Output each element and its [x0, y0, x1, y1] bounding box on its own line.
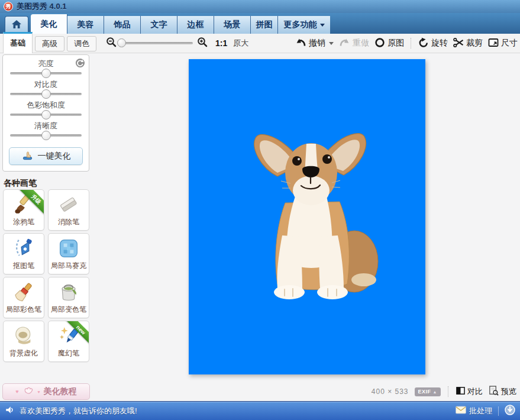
- announcement-text: 喜欢美图秀秀，就告诉你的朋友哦!: [20, 406, 137, 416]
- preview-button[interactable]: 预览: [489, 386, 516, 398]
- one-click-beautify-button[interactable]: 一键美化: [9, 147, 83, 165]
- basic-adjust-panel: 亮度 对比度 色彩饱和度: [2, 54, 89, 172]
- crop-button[interactable]: 裁剪: [453, 37, 483, 50]
- brush-label: 局部变色笔: [51, 305, 86, 315]
- brush-cutout-pen-button[interactable]: 抠图笔: [3, 233, 44, 274]
- brightness-slider: 亮度: [10, 59, 82, 78]
- rotate-icon: [418, 37, 429, 50]
- panel-tab-basic[interactable]: 基础: [3, 32, 33, 53]
- zoom-slider-handle[interactable]: [117, 38, 126, 47]
- speaker-icon: [5, 405, 15, 416]
- undo-label: 撤销: [309, 38, 325, 49]
- tab-scene[interactable]: 场景: [214, 16, 251, 34]
- contrast-handle[interactable]: [41, 89, 51, 99]
- status-divider: [448, 386, 449, 397]
- edit-toolbar: 基础 高级 调色 1:1 原大 撤销: [0, 34, 520, 53]
- resize-label: 尺寸: [501, 38, 518, 49]
- batch-process-button[interactable]: 批处理: [456, 406, 492, 416]
- beautify-tutorial-button[interactable]: ♥ ♥ 美化教程: [2, 383, 90, 400]
- scissors-icon: [453, 37, 464, 50]
- tab-more-features[interactable]: 更多功能: [278, 16, 330, 34]
- panel-tab-color[interactable]: 调色: [67, 36, 96, 51]
- tab-label: 美容: [77, 20, 94, 30]
- tab-frame[interactable]: 边框: [177, 16, 214, 34]
- zoom-ratio-label[interactable]: 原大: [233, 38, 248, 49]
- brush-label: 涂鸦笔: [13, 217, 34, 227]
- hand-icon: [22, 386, 34, 398]
- sharpness-handle[interactable]: [41, 131, 51, 140]
- contrast-track[interactable]: [10, 89, 82, 99]
- zoom-slider-track[interactable]: [121, 42, 193, 44]
- rotate-button[interactable]: 旋转: [418, 37, 448, 50]
- tab-collage[interactable]: 拼图: [251, 16, 278, 34]
- resize-button[interactable]: 尺寸: [488, 37, 518, 50]
- brush-background-blur-button[interactable]: 背景虚化: [3, 321, 44, 362]
- compare-label: 对比: [467, 386, 483, 397]
- heart-icon: ♥: [38, 390, 40, 394]
- main-area: 亮度 对比度 色彩饱和度: [0, 53, 520, 401]
- brush-label: 局部彩色笔: [6, 305, 41, 315]
- tab-text[interactable]: 文字: [141, 16, 177, 34]
- toolbar-divider: [411, 38, 412, 49]
- preview-magnifier-icon: [489, 386, 499, 398]
- zoom-controls: 1:1 原大: [106, 37, 248, 50]
- crop-label: 裁剪: [466, 38, 483, 49]
- saturation-label: 色彩饱和度: [10, 100, 82, 110]
- brush-doodle-pen-button[interactable]: 涂鸦笔 升级: [3, 189, 44, 231]
- original-circle-icon: [374, 37, 385, 50]
- chevron-down-icon: [320, 24, 325, 29]
- app-logo-icon: 秀: [4, 2, 13, 11]
- sidebar: 亮度 对比度 色彩饱和度: [0, 53, 93, 401]
- undo-button[interactable]: 撤销: [295, 37, 334, 49]
- exif-badge[interactable]: EXIF ▲: [415, 387, 441, 396]
- brush-local-color-pen-button[interactable]: 局部彩色笔: [3, 277, 44, 318]
- brush-label: 消除笔: [58, 217, 79, 227]
- panel-tab-advanced[interactable]: 高级: [35, 36, 64, 51]
- sharpness-track[interactable]: [10, 131, 82, 140]
- mosaic-icon: [58, 238, 79, 261]
- saturation-handle[interactable]: [41, 110, 51, 119]
- tab-label: 拼图: [256, 20, 273, 30]
- brush-local-recolor-pen-button[interactable]: 局部变色笔: [48, 277, 89, 318]
- compare-icon: [456, 386, 465, 397]
- brush-magic-pen-button[interactable]: 魔幻笔 new: [48, 321, 89, 362]
- tab-beautify[interactable]: 美化: [31, 14, 67, 34]
- zoom-out-icon[interactable]: [106, 37, 117, 50]
- tab-home[interactable]: [5, 16, 28, 34]
- pen-nib-icon: [13, 238, 34, 261]
- view-original-button[interactable]: 原图: [374, 37, 404, 50]
- envelope-icon: [456, 406, 466, 416]
- tab-accessories[interactable]: 饰品: [104, 16, 141, 34]
- blur-circle-icon: [13, 325, 34, 349]
- brightness-track[interactable]: [10, 69, 82, 78]
- redo-icon: [339, 37, 350, 49]
- saturation-slider: 色彩饱和度: [10, 100, 82, 119]
- image-canvas[interactable]: [189, 59, 425, 374]
- download-circle-icon[interactable]: [505, 405, 515, 418]
- brush-eraser-pen-button[interactable]: 消除笔: [48, 189, 89, 231]
- redo-button[interactable]: 重做: [339, 37, 369, 49]
- title-bar: 秀 美图秀秀 4.0.1: [0, 0, 520, 13]
- brightness-handle[interactable]: [41, 69, 51, 78]
- redo-label: 重做: [353, 38, 369, 49]
- tab-retouch[interactable]: 美容: [67, 16, 104, 34]
- zoom-in-icon[interactable]: [197, 37, 208, 50]
- brush-local-mosaic-button[interactable]: 局部马赛克: [48, 233, 89, 274]
- announcement: 喜欢美图秀秀，就告诉你的朋友哦!: [5, 405, 137, 416]
- original-label: 原图: [387, 38, 404, 49]
- compare-button[interactable]: 对比: [456, 386, 483, 397]
- saturation-track[interactable]: [10, 110, 82, 119]
- contrast-slider: 对比度: [10, 79, 82, 99]
- rotate-label: 旋转: [431, 38, 448, 49]
- toolbar-actions: 撤销 重做 原图 旋转: [295, 37, 520, 50]
- undo-history-chevron-icon[interactable]: [329, 42, 334, 47]
- zoom-ratio-button[interactable]: 1:1: [215, 38, 227, 48]
- tab-group: 美化 美容 饰品 文字 边框 场景 拼图 更多功能: [31, 14, 330, 34]
- bottom-bar: 喜欢美图秀秀，就告诉你的朋友哦! 批处理: [0, 401, 520, 420]
- brush-label: 魔幻笔: [58, 348, 79, 358]
- image-dimensions: 400 × 533: [372, 387, 409, 396]
- brush-grid: 涂鸦笔 升级 消除笔 抠图笔: [3, 189, 91, 362]
- tab-label: 边框: [188, 20, 204, 30]
- side-panel-tabs: 基础 高级 调色: [0, 34, 99, 53]
- brush-label: 局部马赛克: [51, 261, 86, 271]
